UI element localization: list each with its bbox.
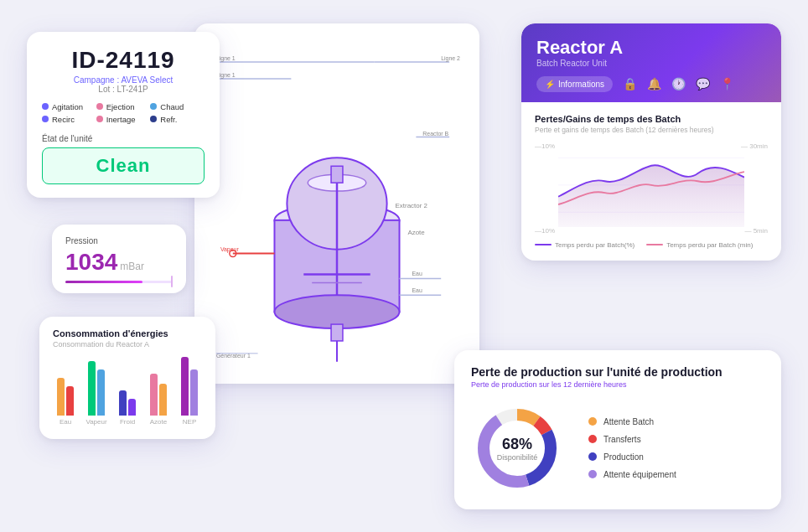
perte-card: Perte de production sur l'unité de produ… [454,350,781,509]
reactor-a-card: Reactor A Batch Reactor Unit ⚡ Informati… [521,23,781,261]
legend-label-min: Temps perdu par Batch (min) [666,241,753,249]
donut-label: Disponibilité [497,452,538,461]
svg-rect-20 [331,324,343,341]
etat-label: État de l'unité [42,134,205,143]
donut-pct: 68% [497,435,538,452]
chat-icon: 💬 [696,77,710,90]
bars-vapeur [88,361,105,416]
svg-rect-12 [331,166,343,183]
svg-text:Azote: Azote [407,228,425,235]
legend-row-transferts: Transferts [588,435,676,444]
bar-group-vapeur: Vapeur [84,361,109,426]
bar-vapeur-2 [97,369,105,416]
reactor-info-button[interactable]: ⚡ Informations [536,76,613,92]
legend-line-pink [646,244,663,245]
tag-label-agitation: Agitation [52,102,83,111]
tag-dot-recirc [42,116,49,122]
legend-dot-yellow [588,417,597,426]
tags-grid: Agitation Ejection Chaud Recirc Inertage… [42,102,205,124]
bar-label-vapeur: Vapeur [85,418,106,426]
bar-label-froid: Froid [120,418,135,426]
svg-text:Ligne 2: Ligne 2 [441,55,460,62]
bars-eau [57,378,74,416]
bar-group-nep: NEP [177,357,202,426]
bar-label-azote: Azote [150,418,167,426]
tag-refr: Refr. [150,115,205,124]
bar-label-eau: Eau [60,418,71,426]
bar-azote-2 [159,384,167,416]
reactor-subtitle: Batch Reactor Unit [536,59,766,68]
chart-y-left: —10% —10% [535,142,555,235]
line-chart-svg [558,142,744,228]
bell-icon: 🔔 [647,77,661,90]
legend-dot-blue-dark [588,452,597,461]
svg-text:Eau: Eau [412,287,422,293]
tag-dot-ejection [96,103,103,110]
chart-legend: Temps perdu par Batch(%) Temps perdu par… [535,241,768,249]
reactor-body: Pertes/Gains de temps des Batch Perte et… [521,102,781,261]
tag-ejection: Ejection [96,102,151,111]
tag-label-ejection: Ejection [106,102,135,111]
bar-eau-1 [57,378,65,416]
tag-label-inertage: Inertage [106,115,136,124]
bar-group-froid: Froid [115,390,140,426]
reactor-icons-row: ⚡ Informations 🔒 🔔 🕐 💬 📍 [536,76,766,92]
batch-chart-sub: Perte et gains de temps des Batch (12 de… [535,126,768,134]
svg-point-6 [274,295,399,328]
y-right-bottom: — 5min [741,227,768,235]
pression-number: 1034 [65,249,117,276]
legend-row-production: Production [588,452,676,462]
tag-agitation: Agitation [42,102,96,111]
bar-group-azote: Azote [146,374,171,426]
svg-text:Eau: Eau [412,271,422,276]
tag-dot-inertage [96,116,103,122]
tag-label-refr: Refr. [160,115,177,124]
location-icon: 📍 [720,77,734,90]
bars-froid [119,390,136,416]
id-card: ID-24119 Campagne : AVEVA Select Lot : L… [27,32,220,198]
reactor-header: Reactor A Batch Reactor Unit ⚡ Informati… [521,23,781,102]
bar-azote-1 [150,374,158,416]
legend-text-attente-equipement: Attente équipement [603,470,676,479]
legend-item-min: Temps perdu par Batch (min) [646,241,753,249]
bar-froid-2 [128,399,136,416]
svg-text:Extractor 2: Extractor 2 [396,201,428,209]
bar-nep-1 [181,357,189,416]
perte-legend-grid: Attente Batch Transferts Production Atte… [588,417,676,479]
conso-title: Consommation d'énergies [53,328,202,338]
pression-bar-fill [65,281,142,283]
diagram-card: Vapeur Eau Eau Extractor 2 Azote Ligne 1… [194,23,479,384]
perte-title: Perte de production sur l'unité de produ… [471,365,764,379]
line-chart-container: —10% —10% — 30min — 5min [535,142,768,235]
pression-card: Pression 1034 mBar [52,225,186,293]
pression-bar [65,281,173,283]
svg-text:Vapeur: Vapeur [220,245,240,252]
legend-text-production: Production [603,452,644,462]
tag-dot-refr [150,116,157,122]
legend-dot-lavender [588,470,597,478]
bar-group-eau: Eau [53,378,78,426]
bar-froid-1 [119,390,127,416]
pression-value: 1034 mBar [65,249,173,276]
tag-dot-agitation [42,103,49,110]
legend-row-attente-batch: Attente Batch [588,417,676,426]
pression-label: Pression [65,236,173,245]
legend-row-attente-equipement: Attente équipement [588,470,676,479]
lock-icon: 🔒 [623,77,637,90]
donut-center: 68% Disponibilité [497,435,538,461]
perte-content: 68% Disponibilité Attente Batch Transfer… [471,402,764,494]
clean-badge: Clean [42,147,205,184]
batch-chart-title: Pertes/Gains de temps des Batch [535,114,768,124]
id-campaign: Campagne : AVEVA Select [42,75,205,85]
legend-text-transferts: Transferts [603,435,641,444]
perte-subtitle: Perte de production sur les 12 dernière … [471,380,764,389]
y-right-top: — 30min [741,142,768,150]
reactor-title: Reactor A [536,37,766,59]
tag-chaud: Chaud [150,102,205,111]
tag-inertage: Inertage [96,115,151,124]
donut-chart: 68% Disponibilité [471,402,563,494]
bars-nep [181,357,198,416]
chart-y-right: — 30min — 5min [741,142,768,235]
pression-bar-tick [171,276,173,287]
tag-recirc: Recirc [42,115,96,124]
